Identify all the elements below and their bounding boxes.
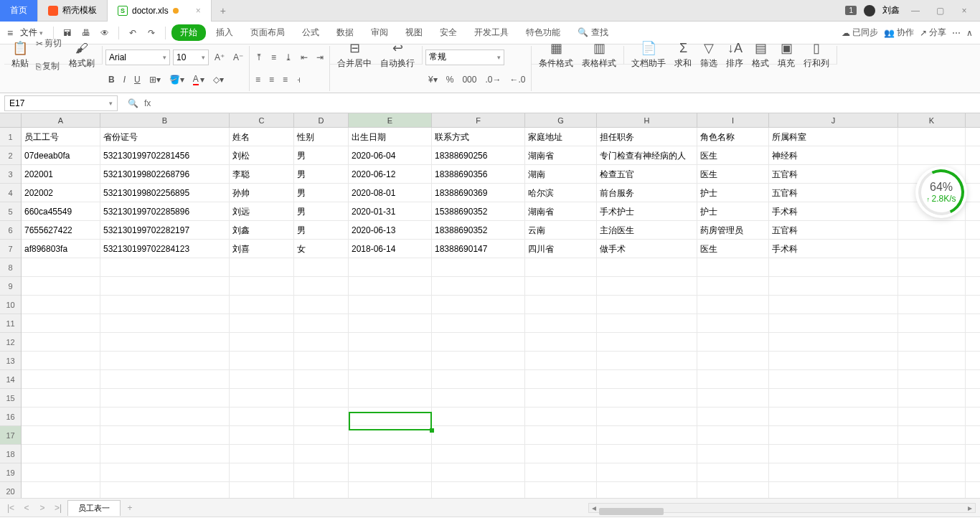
row-header[interactable]: 5 (0, 202, 21, 221)
sort-button[interactable]: ↓A排序 (722, 39, 748, 71)
fx-label[interactable]: fx (144, 98, 151, 108)
tab-templates[interactable]: 稻壳模板 (38, 0, 108, 22)
indent-increase-icon[interactable]: ⇥ (314, 51, 326, 64)
cell[interactable]: 家庭地址 (525, 128, 597, 146)
cell[interactable]: 做手术 (597, 240, 697, 258)
cell[interactable] (898, 314, 966, 332)
cell[interactable] (769, 463, 898, 481)
col-header-H[interactable]: H (597, 113, 697, 127)
cell[interactable]: 男 (294, 146, 349, 164)
user-avatar-icon[interactable] (864, 5, 875, 17)
cell[interactable] (349, 277, 432, 295)
cell[interactable]: 2020-06-04 (349, 146, 432, 164)
cell[interactable] (769, 389, 898, 407)
cell[interactable] (525, 370, 597, 388)
cell[interactable] (769, 482, 898, 498)
cell[interactable] (432, 426, 525, 444)
select-all-corner[interactable] (0, 113, 21, 128)
decimal-dec-icon[interactable]: ←.0 (507, 73, 528, 86)
cell[interactable]: 省份证号 (100, 128, 230, 146)
cell[interactable] (230, 352, 294, 369)
align-bottom-icon[interactable]: ⤓ (282, 51, 295, 64)
sum-button[interactable]: Σ求和 (670, 39, 696, 71)
merge-center-button[interactable]: ⊟合并居中 (333, 39, 376, 71)
menu-start[interactable]: 开始 (171, 24, 206, 41)
cell[interactable] (230, 445, 294, 463)
col-header-A[interactable]: A (22, 113, 100, 127)
cell[interactable] (22, 258, 100, 276)
decrease-font-icon[interactable]: A⁻ (230, 51, 246, 64)
cell[interactable] (769, 333, 898, 351)
cell[interactable] (230, 370, 294, 388)
conditional-format-button[interactable]: ▦条件格式 (534, 39, 578, 71)
cell[interactable] (22, 482, 100, 498)
cell[interactable]: 07deeab0fa (22, 146, 100, 164)
hamburger-icon[interactable]: ≡ (7, 27, 13, 39)
cell[interactable]: 202001 (22, 165, 100, 183)
cell[interactable] (294, 296, 349, 314)
cell[interactable] (898, 221, 966, 239)
cell[interactable] (697, 445, 769, 463)
cell[interactable] (898, 445, 966, 463)
cell[interactable] (597, 314, 697, 332)
cell[interactable]: 员工工号 (22, 128, 100, 146)
cell[interactable] (349, 463, 432, 481)
cell[interactable] (22, 463, 100, 481)
sheet-prev-icon[interactable]: < (20, 503, 33, 513)
tab-close-icon[interactable]: × (196, 6, 201, 16)
cell[interactable]: 角色名称 (697, 128, 769, 146)
scroll-right-icon[interactable]: ▸ (965, 503, 975, 513)
cell[interactable] (769, 296, 898, 314)
align-top-icon[interactable]: ⤒ (253, 51, 265, 64)
cell[interactable] (100, 296, 230, 314)
col-header-C[interactable]: C (230, 113, 294, 127)
align-right-icon[interactable]: ≡ (280, 73, 291, 86)
cell[interactable] (100, 277, 230, 295)
cell[interactable] (349, 482, 432, 498)
col-header-F[interactable]: F (432, 113, 525, 127)
row-header[interactable]: 16 (0, 407, 21, 426)
col-header-B[interactable]: B (100, 113, 230, 127)
cell[interactable] (432, 352, 525, 369)
cell[interactable]: 532130199702284123 (100, 240, 230, 258)
cell[interactable] (525, 296, 597, 314)
cell[interactable] (597, 352, 697, 369)
cell[interactable] (100, 333, 230, 351)
cell[interactable] (697, 482, 769, 498)
format-button[interactable]: ▤格式 (748, 39, 773, 71)
cell[interactable]: 湖南 (525, 165, 597, 183)
col-header-G[interactable]: G (525, 113, 597, 127)
cell[interactable] (898, 482, 966, 498)
cell[interactable]: 660ca45549 (22, 202, 100, 220)
cell[interactable] (697, 426, 769, 444)
doc-helper-button[interactable]: 📄文档助手 (627, 39, 670, 71)
cell[interactable] (898, 146, 966, 164)
cell[interactable] (597, 445, 697, 463)
cell[interactable] (100, 445, 230, 463)
cell[interactable] (769, 407, 898, 425)
cell[interactable] (349, 333, 432, 351)
cell[interactable]: 手术护士 (597, 202, 697, 220)
cell[interactable] (898, 389, 966, 407)
cell[interactable]: 五官科 (769, 165, 898, 183)
menu-formula[interactable]: 公式 (295, 24, 326, 42)
cell[interactable] (697, 389, 769, 407)
col-header-D[interactable]: D (294, 113, 349, 127)
cell[interactable] (294, 333, 349, 351)
rowcol-button[interactable]: ▯行和列 (799, 39, 834, 71)
cell[interactable]: 刘喜 (230, 240, 294, 258)
cell[interactable]: 五官科 (769, 221, 898, 239)
cell[interactable] (597, 482, 697, 498)
cell[interactable] (525, 389, 597, 407)
undo-icon[interactable]: ↶ (125, 28, 141, 38)
cell[interactable] (22, 352, 100, 369)
col-header-J[interactable]: J (769, 113, 898, 127)
row-header[interactable]: 12 (0, 333, 21, 352)
cell[interactable]: 18388690356 (432, 165, 525, 183)
cell[interactable]: 检查五官 (597, 165, 697, 183)
new-tab-button[interactable]: + (212, 5, 235, 17)
sheet-next-icon[interactable]: > (36, 503, 49, 513)
cell[interactable] (432, 407, 525, 425)
cell[interactable] (349, 445, 432, 463)
cell[interactable]: 532130199802256895 (100, 184, 230, 202)
